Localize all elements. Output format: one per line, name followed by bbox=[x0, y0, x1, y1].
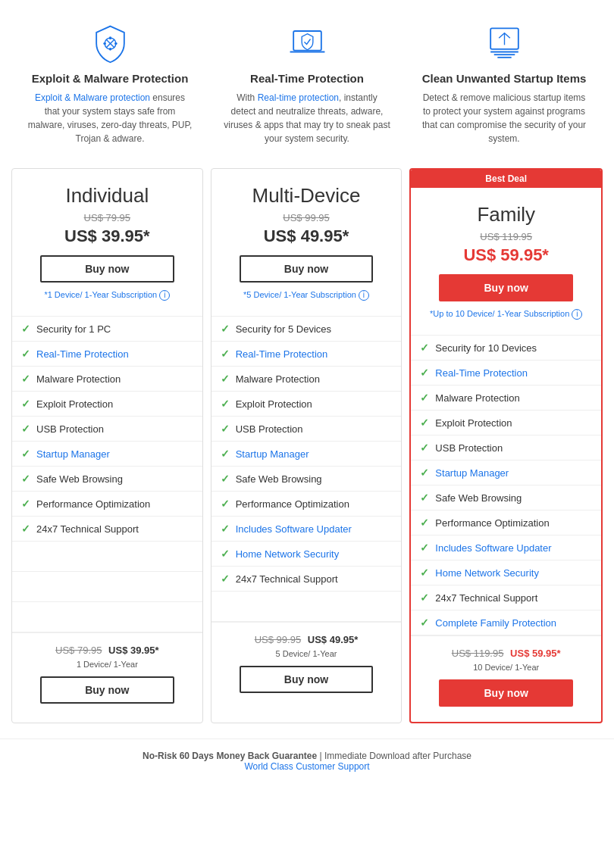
feature-realtime: Real-Time Protection With Real-time prot… bbox=[208, 15, 406, 153]
broom-icon bbox=[484, 23, 525, 64]
individual-feature-2: ✓Malware Protection bbox=[12, 367, 202, 392]
family-footer-original: US$ 119.95 bbox=[452, 648, 504, 659]
multi-device-buy-button[interactable]: Buy now bbox=[240, 255, 374, 283]
multi-device-original-price: US$ 99.95 bbox=[223, 212, 390, 223]
svg-point-4 bbox=[114, 42, 117, 45]
check-icon: ✓ bbox=[420, 442, 429, 454]
footer-guarantee-line: No-Risk 60 Days Money Back Guarantee | I… bbox=[11, 751, 603, 761]
multi-device-footer-price: US$ 99.95 US$ 49.95* bbox=[223, 634, 390, 645]
check-icon: ✓ bbox=[420, 542, 429, 554]
check-icon: ✓ bbox=[420, 492, 429, 504]
exploit-desc: Exploit & Malware protection ensures tha… bbox=[27, 91, 193, 145]
family-feature-0: ✓Security for 10 Devices bbox=[411, 336, 601, 361]
family-footer: US$ 119.95 US$ 59.95* 10 Device/ 1-Year … bbox=[411, 635, 601, 722]
check-icon: ✓ bbox=[221, 498, 230, 510]
footer-support-link[interactable]: World Class Customer Support bbox=[244, 761, 369, 772]
multi-feature-8: ✓Includes Software Updater bbox=[211, 517, 402, 542]
check-icon: ✓ bbox=[21, 523, 30, 535]
individual-feature-3: ✓Exploit Protection bbox=[12, 392, 202, 417]
individual-price: US$ 39.95* bbox=[23, 226, 191, 246]
check-icon: ✓ bbox=[221, 473, 230, 485]
individual-empty-3 bbox=[12, 602, 202, 632]
check-icon: ✓ bbox=[221, 373, 230, 385]
individual-feature-1: ✓Real-Time Protection bbox=[12, 342, 202, 367]
multi-empty-1 bbox=[211, 592, 402, 622]
check-icon: ✓ bbox=[21, 423, 30, 435]
plan-multi-device: Multi-Device US$ 99.95 US$ 49.95* Buy no… bbox=[211, 168, 403, 723]
individual-info-icon[interactable]: i bbox=[159, 290, 170, 301]
check-icon: ✓ bbox=[21, 348, 30, 360]
individual-features-list: ✓Security for 1 PC ✓Real-Time Protection… bbox=[12, 316, 202, 632]
multi-device-buy-button-footer[interactable]: Buy now bbox=[240, 666, 374, 693]
individual-footer-original: US$ 79.95 bbox=[55, 645, 102, 656]
check-icon: ✓ bbox=[221, 323, 230, 335]
multi-feature-7: ✓Performance Optimization bbox=[211, 492, 402, 517]
top-features-section: Exploit & Malware Protection Exploit & M… bbox=[0, 0, 614, 161]
individual-feature-0: ✓Security for 1 PC bbox=[12, 317, 202, 342]
family-price: US$ 59.95* bbox=[422, 245, 590, 265]
check-icon: ✓ bbox=[21, 498, 30, 510]
best-deal-badge: Best Deal bbox=[411, 170, 601, 188]
check-icon: ✓ bbox=[221, 573, 230, 585]
check-icon: ✓ bbox=[420, 467, 429, 479]
family-footer-subscription: 10 Device/ 1-Year bbox=[422, 663, 590, 672]
startup-title: Clean Unwanted Startup Items bbox=[421, 72, 587, 85]
check-icon: ✓ bbox=[21, 323, 30, 335]
laptop-shield-icon bbox=[287, 23, 328, 64]
check-icon: ✓ bbox=[21, 448, 30, 460]
multi-device-plan-name: Multi-Device bbox=[223, 184, 390, 208]
individual-feature-6: ✓Safe Web Browsing bbox=[12, 467, 202, 492]
family-feature-11: ✓Complete Family Protection bbox=[411, 610, 601, 635]
family-info-icon[interactable]: i bbox=[572, 309, 582, 320]
multi-device-features-list: ✓Security for 5 Devices ✓Real-Time Prote… bbox=[211, 316, 402, 622]
individual-feature-5: ✓Startup Manager bbox=[12, 442, 202, 467]
family-footer-price: US$ 119.95 US$ 59.95* bbox=[422, 648, 590, 659]
check-icon: ✓ bbox=[21, 398, 30, 410]
family-feature-3: ✓Exploit Protection bbox=[411, 411, 601, 436]
multi-device-footer: US$ 99.95 US$ 49.95* 5 Device/ 1-Year Bu… bbox=[211, 622, 402, 708]
individual-buy-button-footer[interactable]: Buy now bbox=[40, 676, 174, 704]
shield-bug-icon bbox=[89, 23, 131, 64]
individual-plan-name: Individual bbox=[23, 184, 191, 208]
individual-feature-7: ✓Performance Optimization bbox=[12, 492, 202, 517]
check-icon: ✓ bbox=[420, 517, 429, 529]
check-icon: ✓ bbox=[420, 617, 429, 629]
family-buy-button-footer[interactable]: Buy now bbox=[439, 679, 573, 707]
multi-feature-2: ✓Malware Protection bbox=[211, 367, 402, 392]
realtime-title: Real-Time Protection bbox=[224, 72, 390, 85]
family-feature-9: ✓Home Network Security bbox=[411, 560, 601, 585]
feature-startup: Clean Unwanted Startup Items Detect & re… bbox=[406, 15, 603, 153]
page-footer: No-Risk 60 Days Money Back Guarantee | I… bbox=[0, 738, 614, 783]
individual-header: Individual US$ 79.95 US$ 39.95* Buy now … bbox=[12, 169, 202, 316]
individual-footer-subscription: 1 Device/ 1-Year bbox=[23, 660, 191, 669]
startup-desc: Detect & remove malicious startup items … bbox=[421, 91, 587, 145]
realtime-desc: With Real-time protection, instantly det… bbox=[224, 91, 390, 145]
family-feature-8: ✓Includes Software Updater bbox=[411, 535, 601, 560]
individual-original-price: US$ 79.95 bbox=[23, 212, 191, 223]
multi-feature-1: ✓Real-Time Protection bbox=[211, 342, 402, 367]
individual-feature-8: ✓24x7 Technical Support bbox=[12, 517, 202, 542]
check-icon: ✓ bbox=[420, 342, 429, 354]
individual-footer: US$ 79.95 US$ 39.95* 1 Device/ 1-Year Bu… bbox=[12, 632, 202, 719]
multi-device-price: US$ 49.95* bbox=[223, 226, 390, 246]
family-feature-7: ✓Performance Optimization bbox=[411, 510, 601, 535]
family-feature-10: ✓24x7 Technical Support bbox=[411, 585, 601, 610]
check-icon: ✓ bbox=[221, 523, 230, 535]
family-original-price: US$ 119.95 bbox=[422, 231, 590, 242]
check-icon: ✓ bbox=[21, 473, 30, 485]
check-icon: ✓ bbox=[221, 423, 230, 435]
footer-download-text: Immediate Download after Purchase bbox=[324, 751, 471, 761]
individual-footer-current: US$ 39.95* bbox=[108, 645, 159, 656]
check-icon: ✓ bbox=[221, 448, 230, 460]
check-icon: ✓ bbox=[221, 398, 230, 410]
multi-device-header: Multi-Device US$ 99.95 US$ 49.95* Buy no… bbox=[211, 169, 402, 316]
footer-guarantee-text: No-Risk 60 Days Money Back Guarantee bbox=[143, 751, 317, 761]
individual-buy-button[interactable]: Buy now bbox=[40, 255, 174, 283]
svg-point-3 bbox=[108, 36, 111, 39]
multi-feature-5: ✓Startup Manager bbox=[211, 442, 402, 467]
check-icon: ✓ bbox=[420, 367, 429, 379]
family-buy-button[interactable]: Buy now bbox=[439, 274, 573, 301]
multi-device-info-icon[interactable]: i bbox=[359, 290, 369, 301]
multi-feature-9: ✓Home Network Security bbox=[211, 542, 402, 567]
family-feature-2: ✓Malware Protection bbox=[411, 386, 601, 411]
